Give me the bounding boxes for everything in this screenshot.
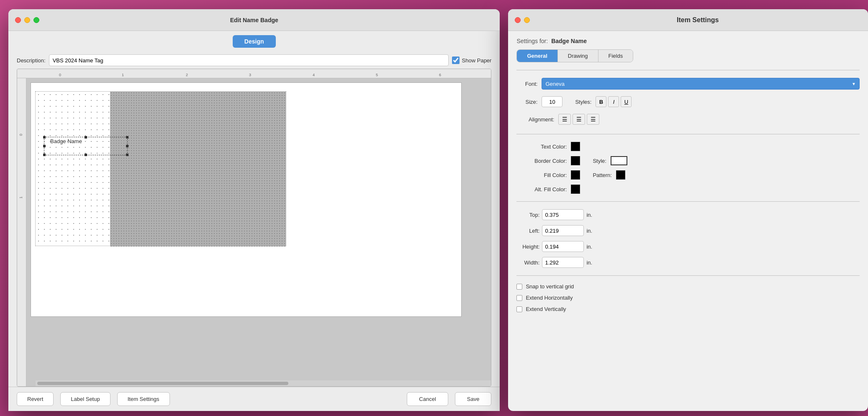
handle-bl[interactable] [43, 154, 46, 156]
show-paper-label: Show Paper [462, 57, 492, 64]
main-window: Edit Name Badge Design Description: Show… [8, 9, 500, 411]
top-row: Top: in. [516, 209, 860, 220]
traffic-lights [15, 17, 39, 23]
extend-horizontally-row: Extend Horizontally [516, 295, 860, 301]
width-unit: in. [586, 259, 592, 266]
minimize-button[interactable] [24, 17, 30, 23]
ruler-mark-0: 0 [59, 73, 61, 77]
text-color-row: Text Color: [516, 142, 860, 151]
italic-button[interactable]: I [608, 96, 619, 107]
description-input[interactable] [49, 54, 449, 66]
item-settings-button[interactable]: Item Settings [117, 392, 170, 406]
revert-button[interactable]: Revert [17, 392, 54, 406]
width-input[interactable] [542, 257, 584, 268]
handle-ml[interactable] [43, 145, 46, 147]
tab-drawing[interactable]: Drawing [558, 50, 598, 62]
canvas-body: 0 1 [17, 78, 491, 386]
snap-to-grid-checkbox[interactable] [516, 284, 522, 290]
left-unit: in. [586, 228, 592, 234]
tab-row: General Drawing Fields [516, 49, 633, 62]
border-color-label: Border Color: [516, 158, 567, 164]
handle-bm[interactable] [85, 154, 87, 156]
fill-color-swatch[interactable] [571, 170, 580, 180]
extend-vertically-checkbox[interactable] [516, 306, 522, 312]
underline-button[interactable]: U [621, 96, 632, 107]
ruler-left-mark-1: 1 [19, 196, 23, 198]
maximize-button[interactable] [33, 17, 39, 23]
alt-fill-color-swatch[interactable] [571, 185, 580, 194]
extend-vertically-row: Extend Vertically [516, 306, 860, 312]
save-button[interactable]: Save [455, 392, 492, 406]
border-style-swatch[interactable] [611, 156, 627, 165]
border-color-row: Border Color: Style: [516, 156, 860, 165]
handle-mr[interactable] [126, 145, 128, 147]
font-select-wrapper: Geneva ▼ [542, 78, 860, 90]
ruler-mark-2: 2 [186, 73, 188, 77]
horizontal-scrollbar[interactable] [36, 380, 491, 386]
text-color-swatch[interactable] [571, 142, 580, 151]
ruler-mark-1: 1 [122, 73, 124, 77]
canvas-area: 0 1 2 3 4 5 6 0 1 [17, 69, 491, 387]
show-paper-checkbox[interactable] [452, 56, 460, 64]
handle-br[interactable] [126, 154, 128, 156]
width-row: Width: in. [516, 257, 860, 268]
border-color-swatch[interactable] [571, 156, 580, 165]
settings-for-label: Settings for: [516, 38, 548, 44]
handle-tl[interactable] [43, 136, 46, 139]
bold-button[interactable]: B [596, 96, 606, 107]
cancel-button[interactable]: Cancel [407, 392, 448, 406]
right-close-button[interactable] [515, 17, 521, 23]
section-divider-2 [516, 134, 860, 134]
alt-fill-color-row: Alt. Fill Color: [516, 185, 860, 194]
handle-tm[interactable] [85, 136, 87, 139]
toolbar: Design [8, 31, 500, 52]
label-area: Badge Name [35, 91, 286, 246]
alignment-row: Alignment: ☰ ☰ ☰ [516, 114, 860, 125]
right-minimize-button[interactable] [524, 17, 530, 23]
align-center-button[interactable]: ☰ [573, 114, 585, 125]
paper: Badge Name [31, 82, 462, 317]
size-styles-row: Size: Styles: B I U [516, 96, 860, 107]
width-label: Width: [516, 259, 539, 266]
height-row: Height: in. [516, 241, 860, 252]
selected-text-item[interactable]: Badge Name [44, 137, 128, 155]
label-setup-button[interactable]: Label Setup [60, 392, 110, 406]
right-panel: Item Settings Settings for: Badge Name G… [508, 9, 868, 411]
canvas-inner[interactable]: Badge Name [26, 78, 491, 386]
handle-tr[interactable] [126, 136, 128, 139]
align-left-button[interactable]: ☰ [558, 114, 571, 125]
top-unit: in. [586, 212, 592, 218]
style-label: Style: [593, 158, 606, 164]
fill-color-row: Fill Color: Pattern: [516, 170, 860, 180]
left-input[interactable] [542, 225, 584, 236]
extend-horizontally-label: Extend Horizontally [526, 295, 573, 301]
font-row: Font: Geneva ▼ [516, 78, 860, 90]
text-color-label: Text Color: [516, 144, 567, 150]
tab-fields[interactable]: Fields [598, 50, 633, 62]
section-divider-1 [516, 70, 860, 70]
right-title-bar: Item Settings [508, 9, 868, 31]
ruler-left-mark-0: 0 [19, 134, 23, 136]
fill-color-label: Fill Color: [516, 172, 567, 178]
design-button[interactable]: Design [233, 35, 276, 48]
top-input[interactable] [542, 209, 584, 220]
badge-name-text: Badge Name [44, 134, 88, 149]
extend-vertically-label: Extend Vertically [526, 306, 566, 312]
pattern-swatch[interactable] [616, 170, 625, 180]
size-input[interactable] [542, 96, 562, 107]
tab-general[interactable]: General [517, 50, 557, 62]
left-row: Left: in. [516, 225, 860, 236]
ruler-top: 0 1 2 3 4 5 6 [17, 69, 491, 78]
font-select[interactable]: Geneva ▼ [542, 78, 860, 90]
right-panel-title: Item Settings [534, 16, 861, 24]
alignment-area: ☰ ☰ ☰ [558, 114, 599, 125]
height-input[interactable] [542, 241, 584, 252]
scrollbar-track[interactable] [37, 382, 288, 385]
snap-to-grid-label: Snap to vertical grid [526, 283, 574, 290]
close-button[interactable] [15, 17, 21, 23]
align-right-button[interactable]: ☰ [587, 114, 599, 125]
extend-horizontally-checkbox[interactable] [516, 295, 522, 301]
section-divider-4 [516, 275, 860, 276]
top-label: Top: [516, 212, 539, 218]
description-label: Description: [17, 57, 46, 64]
